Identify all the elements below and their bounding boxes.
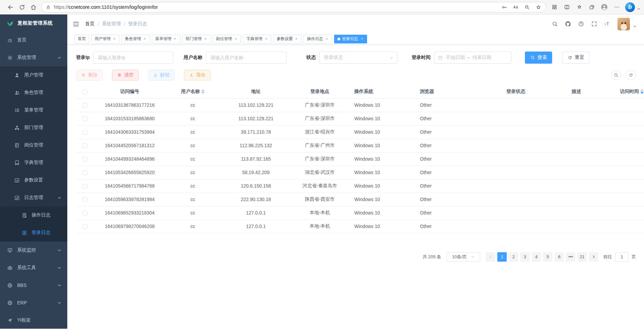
tab-1[interactable]: 首页 <box>74 35 89 43</box>
sidebar-item-4[interactable]: 角色管理 <box>0 84 67 101</box>
sidebar-item-7[interactable]: 岗位管理 <box>0 136 67 154</box>
page-button-6[interactable]: 6 <box>554 252 564 262</box>
tab-8[interactable]: 参数设置 <box>273 35 301 43</box>
export-button[interactable]: 导出 <box>184 70 211 80</box>
page-button-5[interactable]: 5 <box>543 252 552 262</box>
row-checkbox[interactable] <box>82 184 87 189</box>
passwords-button[interactable] <box>499 2 509 12</box>
page-button-2[interactable]: 2 <box>509 252 518 262</box>
help-icon[interactable] <box>578 21 584 27</box>
page-button-4[interactable]: 4 <box>532 252 541 262</box>
sidebar-item-13[interactable]: 系统监控 <box>0 241 67 259</box>
sidebar-item-17[interactable]: Yi框架 <box>0 311 67 329</box>
page-ellipsis[interactable]: ••• <box>566 252 575 262</box>
sidebar-item-2[interactable]: 系统管理 <box>0 49 67 66</box>
row-checkbox[interactable] <box>82 157 87 162</box>
sidebar-fold-icon[interactable] <box>72 21 79 28</box>
page-button-21[interactable]: 21 <box>577 252 587 262</box>
column-search-icon[interactable] <box>611 70 621 80</box>
close-icon[interactable] <box>360 37 364 40</box>
read-aloud-button[interactable] <box>510 2 521 12</box>
collections-button[interactable] <box>586 2 597 12</box>
login-ip-input[interactable] <box>93 52 173 64</box>
close-icon[interactable] <box>234 37 238 40</box>
row-checkbox[interactable] <box>82 143 87 148</box>
browser-more-button[interactable] <box>611 2 622 12</box>
row-checkbox[interactable] <box>82 170 87 175</box>
select-all-checkbox[interactable] <box>82 90 87 94</box>
page-button-1[interactable]: 1 <box>497 252 507 262</box>
close-icon[interactable] <box>325 37 328 40</box>
tab-2[interactable]: 用户管理 <box>91 35 119 43</box>
page-button-3[interactable]: 3 <box>520 252 530 262</box>
tab-6[interactable]: 岗位管理 <box>213 35 241 43</box>
status-select[interactable]: 登录状态 <box>319 52 397 64</box>
tab-10[interactable]: 登录日志 <box>334 35 367 43</box>
sidebar-item-8[interactable]: 字典管理 <box>0 154 67 171</box>
sidebar-item-9[interactable]: 参数设置 <box>0 171 67 189</box>
sidebar-item-6[interactable]: 部门管理 <box>0 119 67 136</box>
sidebar-item-5[interactable]: 菜单管理 <box>0 101 67 119</box>
tab-4[interactable]: 菜单管理 <box>152 35 180 43</box>
chevron-down-icon[interactable] <box>637 7 641 11</box>
split-screen-button[interactable] <box>562 2 572 12</box>
close-icon[interactable] <box>264 37 268 40</box>
tab-9[interactable]: 操作日志 <box>303 35 332 43</box>
font-size-icon[interactable]: TT <box>604 21 610 27</box>
browser-reload-button[interactable] <box>16 2 28 12</box>
user-avatar[interactable] <box>617 18 630 30</box>
row-checkbox[interactable] <box>82 224 87 229</box>
address-bar[interactable]: https://ccnetcore.com:1101/system/log/lo… <box>41 2 546 12</box>
user-name-input[interactable] <box>206 52 287 64</box>
sidebar-item-14[interactable]: 系统工具 <box>0 259 67 276</box>
sidebar-item-3[interactable]: 用户管理 <box>0 66 67 84</box>
clear-button[interactable]: 清空 <box>112 70 139 80</box>
search-icon[interactable] <box>552 21 558 27</box>
close-icon[interactable] <box>295 37 298 40</box>
close-icon[interactable] <box>204 37 207 40</box>
sidebar-item-11[interactable]: 操作日志 <box>0 206 67 224</box>
row-checkbox[interactable] <box>82 211 87 216</box>
close-icon[interactable] <box>143 37 146 40</box>
fullscreen-icon[interactable] <box>591 21 597 27</box>
github-icon[interactable] <box>565 21 571 27</box>
row-checkbox[interactable] <box>82 117 87 121</box>
next-page-button[interactable] <box>589 252 598 262</box>
sidebar-item-15[interactable]: BBS <box>0 276 67 294</box>
bing-sidebar-button[interactable]: b <box>625 2 635 12</box>
close-icon[interactable] <box>113 37 116 40</box>
column-header-2[interactable]: 用户名称 <box>166 85 220 98</box>
row-checkbox[interactable] <box>82 197 87 202</box>
browser-profile-button[interactable] <box>599 2 610 12</box>
browser-back-button[interactable] <box>5 2 16 12</box>
close-icon[interactable] <box>173 37 177 40</box>
app-logo[interactable]: 意框架管理系统 <box>0 14 67 31</box>
reset-button[interactable]: 重置 <box>562 52 589 64</box>
page-size-select[interactable]: 10条/页 <box>446 252 480 262</box>
unlock-button[interactable]: 解锁 <box>148 70 175 80</box>
row-checkbox[interactable] <box>82 103 87 108</box>
search-button[interactable]: 搜索 <box>525 52 552 64</box>
sidebar-item-12[interactable]: 登录日志 <box>0 224 67 241</box>
tab-7[interactable]: 字典管理 <box>243 35 271 43</box>
avatar-caret-icon[interactable] <box>633 25 637 28</box>
delete-button[interactable]: 删除 <box>76 70 103 80</box>
goto-page-input[interactable] <box>615 252 629 262</box>
column-header-9[interactable]: 访问时间 <box>607 85 644 98</box>
sidebar-item-10[interactable]: 日志管理 <box>0 189 67 206</box>
sidebar-item-16[interactable]: ERP <box>0 294 67 311</box>
date-range-picker[interactable]: 开始日期 - 结束日期 <box>434 52 511 64</box>
tab-3[interactable]: 角色管理 <box>121 35 150 43</box>
table-refresh-icon[interactable] <box>626 70 636 80</box>
favorites-bar-button[interactable] <box>574 2 585 12</box>
breadcrumb-home[interactable]: 首页 <box>85 21 95 27</box>
sort-icon[interactable] <box>201 89 205 94</box>
tab-5[interactable]: 部门管理 <box>182 35 211 43</box>
row-checkbox[interactable] <box>82 130 87 135</box>
favorite-star-button[interactable] <box>533 2 543 12</box>
zoom-out-button[interactable] <box>522 2 532 12</box>
prev-page-button[interactable] <box>486 252 495 262</box>
sidebar-item-1[interactable]: 首页 <box>0 31 67 49</box>
extensions-button[interactable] <box>549 2 560 12</box>
sort-icon[interactable] <box>640 89 644 94</box>
